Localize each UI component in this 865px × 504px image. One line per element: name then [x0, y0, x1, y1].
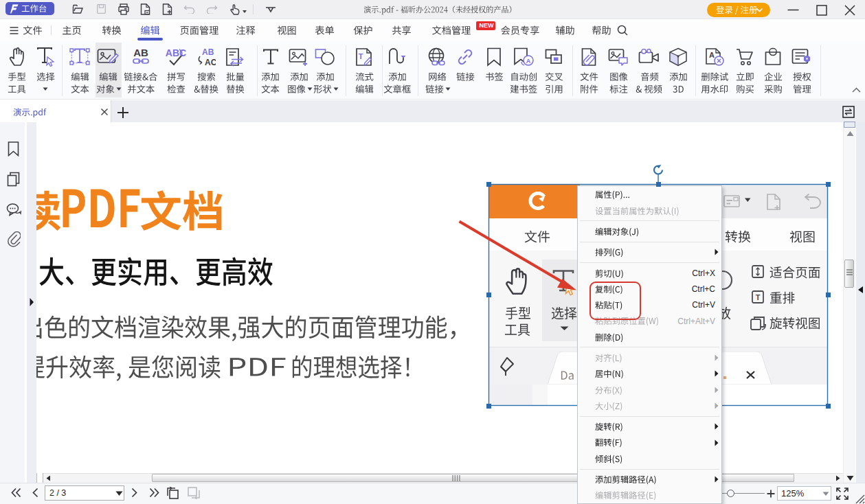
svg-text:AB: AB [133, 48, 148, 58]
svg-text:A: A [709, 51, 715, 59]
svg-text:AB: AB [202, 48, 214, 57]
svg-text:ABC: ABC [166, 48, 186, 58]
svg-text:AC: AC [205, 58, 216, 67]
svg-text:T: T [359, 52, 363, 60]
svg-text:A: A [526, 58, 531, 65]
